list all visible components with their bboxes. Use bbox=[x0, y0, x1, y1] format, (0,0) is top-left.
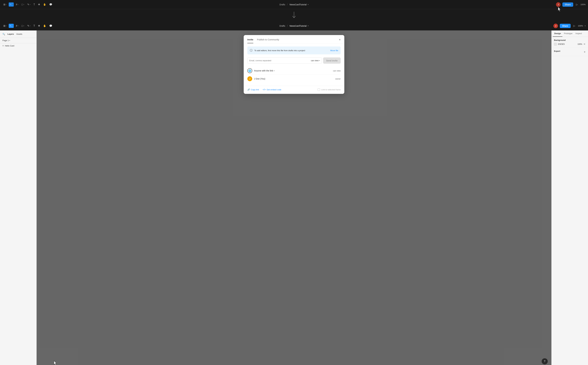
modal-header: Invite Publish to Community × bbox=[244, 35, 344, 43]
modal-body: ⓘ To add editors, first move this file f… bbox=[244, 43, 344, 86]
main-toolbar: ⊞ ▾ ↖ ▾ # ▾ □ ▾ ✎ ▾ T ❖ ✋ 💬 bbox=[0, 21, 588, 30]
ghost-tool-comment[interactable]: 💬 bbox=[48, 2, 53, 7]
ghost-share-button[interactable]: Share bbox=[562, 2, 573, 7]
right-panel-tabs: Design Prototype Inspect bbox=[552, 30, 588, 37]
ghost-breadcrumb-chevron[interactable]: ▾ bbox=[308, 4, 308, 5]
embed-code-button[interactable]: </> Get embed code bbox=[263, 88, 281, 91]
background-color-swatch[interactable] bbox=[554, 43, 557, 46]
ghost-tool-move[interactable]: ⊞ ▾ bbox=[2, 2, 7, 7]
user-share-row: J J Doe (You) owner bbox=[247, 75, 341, 83]
ghost-play-button[interactable]: ▷ bbox=[575, 2, 579, 7]
export-title: Export bbox=[554, 50, 560, 52]
play-button[interactable]: ▷ bbox=[573, 24, 576, 28]
sidebar-tab-assets[interactable]: Assets bbox=[16, 32, 22, 36]
move-file-link[interactable]: Move file bbox=[330, 49, 338, 52]
modal-footer: 🔗 Copy link </> Get embed code Link to s… bbox=[244, 86, 344, 94]
sidebar-page-select[interactable]: Page 1 ▾ bbox=[0, 38, 36, 43]
breadcrumb-title[interactable]: NewsCardTutorial bbox=[290, 25, 307, 27]
ghost-breadcrumb-title[interactable]: NewsCardTutorial bbox=[290, 3, 307, 6]
modal-close-button[interactable]: × bbox=[339, 38, 341, 43]
info-text: To add editors, first move this file fro… bbox=[254, 49, 329, 52]
modal-tab-publish[interactable]: Publish to Community bbox=[257, 38, 279, 43]
component-icon: ❖ bbox=[38, 3, 40, 6]
tool-move[interactable]: ⊞ ▾ bbox=[2, 24, 7, 28]
ghost-tool-frame[interactable]: # ▾ bbox=[15, 3, 19, 7]
ghost-tool-text[interactable]: T bbox=[33, 3, 36, 7]
modal-tab-invite[interactable]: Invite bbox=[247, 38, 253, 43]
ghost-tool-select[interactable]: ↖ ▾ bbox=[9, 2, 14, 7]
email-row: can view ▾ Send invite bbox=[247, 57, 341, 64]
panel-tab-design[interactable]: Design bbox=[553, 30, 562, 37]
toolbar-center: Drafts / NewsCardTutorial ▾ bbox=[197, 25, 391, 27]
ghost-breadcrumb-sep: / bbox=[287, 3, 287, 6]
panel-tab-prototype[interactable]: Prototype bbox=[562, 30, 574, 37]
background-title: Background bbox=[554, 39, 586, 41]
link-share-name[interactable]: Anyone with the link ▾ bbox=[254, 70, 331, 72]
tool-pen[interactable]: ✎ ▾ bbox=[26, 24, 31, 28]
hand-icon-2: ✋ bbox=[43, 24, 46, 27]
scroll-arrow-area bbox=[0, 9, 588, 21]
export-add-button[interactable]: + bbox=[584, 50, 586, 53]
page-chevron: ▾ bbox=[9, 40, 10, 41]
email-input-wrap[interactable]: can view ▾ bbox=[247, 57, 322, 64]
link-share-row: 🌐 Anyone with the link ▾ can view bbox=[247, 67, 341, 75]
background-color-opacity[interactable]: 100% bbox=[577, 43, 582, 45]
background-color-row: E5E5E5 100% 👁 bbox=[554, 43, 586, 46]
background-color-hex[interactable]: E5E5E5 bbox=[558, 43, 576, 45]
sidebar: 🔍 Layers Assets Page 1 ▾ ≡ Hello Card bbox=[0, 30, 36, 365]
ghost-tool-shape[interactable]: □ ▾ bbox=[21, 3, 25, 7]
layer-group-icon: ≡ bbox=[2, 44, 4, 47]
zoom-chevron[interactable]: ▾ bbox=[585, 25, 586, 27]
move-grid-icon: ⊞ bbox=[3, 3, 5, 6]
globe-icon: 🌐 bbox=[247, 68, 252, 73]
ghost-breadcrumb-parent: Drafts bbox=[280, 3, 285, 6]
toolbar-ghost-left: ⊞ ▾ ↖ ▾ # ▾ □ ▾ ✎ ▾ T ❖ ✋ 💬 bbox=[2, 2, 196, 7]
copy-link-button[interactable]: 🔗 Copy link bbox=[247, 88, 259, 91]
play-icon-2: ▷ bbox=[573, 24, 575, 27]
info-banner: ⓘ To add editors, first move this file f… bbox=[247, 46, 341, 54]
ghost-tool-pen[interactable]: ✎ ▾ bbox=[26, 2, 31, 7]
panel-tab-inspect[interactable]: Inspect bbox=[574, 30, 583, 37]
shape-icon: □ bbox=[22, 3, 23, 6]
tool-components[interactable]: ❖ bbox=[37, 24, 41, 28]
sidebar-header: 🔍 Layers Assets bbox=[0, 30, 36, 38]
pen-icon-2: ✎ bbox=[27, 24, 29, 27]
comment-icon-2: 💬 bbox=[49, 24, 52, 27]
layer-name: Hello Card bbox=[5, 45, 14, 47]
tool-comment[interactable]: 💬 bbox=[48, 24, 53, 28]
ghost-avatar: J bbox=[556, 2, 560, 7]
permission-label: can view bbox=[311, 59, 319, 62]
tool-shape[interactable]: □ ▾ bbox=[21, 24, 25, 28]
frame-label: Link to selected frame bbox=[321, 89, 341, 91]
sidebar-item-hello-card[interactable]: ≡ Hello Card bbox=[0, 43, 36, 48]
toolbar-left: ⊞ ▾ ↖ ▾ # ▾ □ ▾ ✎ ▾ T ❖ ✋ 💬 bbox=[2, 24, 196, 28]
code-icon: </> bbox=[263, 88, 266, 91]
permission-chevron: ▾ bbox=[319, 60, 320, 61]
send-invite-button[interactable]: Send invite bbox=[323, 57, 341, 64]
frame-icon: # bbox=[16, 3, 17, 6]
tool-select[interactable]: ↖ ▾ bbox=[9, 24, 14, 28]
ghost-tool-components[interactable]: ❖ bbox=[37, 2, 41, 7]
tool-frame[interactable]: # ▾ bbox=[15, 24, 19, 28]
permission-select[interactable]: can view ▾ bbox=[311, 59, 320, 62]
breadcrumb-sep: / bbox=[287, 25, 287, 27]
tool-hand[interactable]: ✋ bbox=[42, 24, 47, 28]
ghost-tool-hand[interactable]: ✋ bbox=[42, 2, 47, 7]
ghost-zoom-level: 100% bbox=[581, 3, 586, 6]
zoom-level[interactable]: 100% bbox=[578, 25, 583, 27]
user-share-name: J Doe (You) bbox=[254, 77, 333, 80]
visibility-icon[interactable]: 👁 bbox=[583, 43, 586, 45]
component-icon-2: ❖ bbox=[38, 24, 40, 27]
hand-icon: ✋ bbox=[43, 3, 46, 6]
tool-text[interactable]: T bbox=[33, 24, 36, 28]
canvas[interactable]: Invite Publish to Community × ⓘ To add e… bbox=[36, 30, 552, 365]
search-icon[interactable]: 🔍 bbox=[2, 33, 5, 35]
share-button[interactable]: Share bbox=[560, 24, 571, 28]
sidebar-tab-layers[interactable]: Layers bbox=[7, 32, 14, 36]
text-icon-2: T bbox=[34, 25, 35, 27]
export-row: Export + bbox=[554, 50, 586, 54]
frame-checkbox[interactable] bbox=[318, 88, 320, 91]
page-label: Page 1 bbox=[2, 39, 9, 42]
email-input[interactable] bbox=[249, 58, 310, 63]
breadcrumb-chevron[interactable]: ▾ bbox=[308, 25, 308, 27]
